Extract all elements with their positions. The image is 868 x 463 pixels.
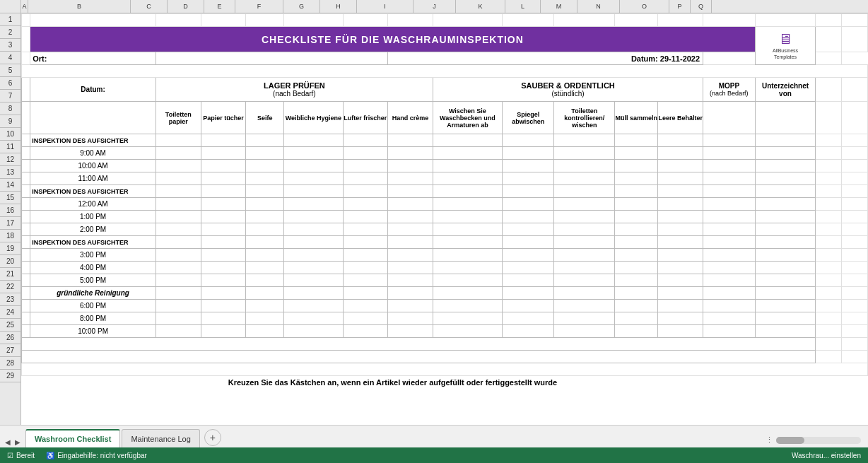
col-header-a: A <box>21 0 28 13</box>
row27 <box>22 389 868 402</box>
subheader-g: Lufter frischer <box>343 102 388 134</box>
col-header-f: F <box>235 0 283 13</box>
row-time-3: 11:00 AM <box>22 172 868 185</box>
logo-icon: 🖥 <box>778 31 792 47</box>
time-label-10: 6:00 PM <box>30 300 156 312</box>
cell-r1-c[interactable] <box>156 14 201 27</box>
row-inspector-3: INSPEKTION DES AUFSICHTER <box>22 236 868 249</box>
cell-r1-a[interactable] <box>22 14 30 27</box>
row-num-23: 23 <box>0 293 20 306</box>
cell-r2-q[interactable] <box>842 27 868 52</box>
cell-r1-l[interactable] <box>615 14 658 27</box>
add-tab-button[interactable]: + <box>204 429 221 446</box>
group1-header: LAGER PRÜFEN (nach Bedarf) <box>156 78 433 102</box>
time-label-9: 5:00 PM <box>30 274 156 287</box>
cell-r3-a[interactable] <box>22 52 30 65</box>
cell-r7-a[interactable] <box>22 134 30 147</box>
scrollbar-thumb[interactable] <box>776 437 804 444</box>
col-header-b: B <box>28 0 131 13</box>
cell-r1-g[interactable] <box>343 14 388 27</box>
col-header-i: I <box>357 0 414 13</box>
datum-label-cell: Datum: 29-11-2022 <box>388 52 703 65</box>
row-num-15: 15 <box>0 192 20 204</box>
col-header-k: K <box>456 0 505 13</box>
cell-r1-m[interactable] <box>658 14 703 27</box>
spreadsheet-title: CHECKLISTE FÜR DIE WASCHRAUMINSPEKTION <box>30 27 755 52</box>
group2-header: SAUBER & ORDENTLICH (stündlich) <box>433 78 703 102</box>
horizontal-scrollbar[interactable] <box>776 437 861 444</box>
cell-r5-q[interactable] <box>842 78 868 102</box>
logo-text-2: Templates <box>774 54 797 60</box>
cell-r6-n[interactable] <box>703 102 756 134</box>
time-label-11: 8:00 PM <box>30 312 156 325</box>
time-label-5: 1:00 PM <box>30 211 156 223</box>
subheader-l: Müll sammeln <box>615 102 658 134</box>
cell-r3-q[interactable] <box>816 52 842 65</box>
row23-cells[interactable] <box>22 338 816 351</box>
cell-r2-a[interactable] <box>22 27 30 52</box>
datum-header: Datum: <box>30 78 156 102</box>
cell-r1-q[interactable] <box>842 14 868 27</box>
cell-r3-p[interactable] <box>703 52 756 65</box>
tab-washroom-checklist[interactable]: Washroom Checklist <box>25 429 120 447</box>
cell-r1-d[interactable] <box>201 14 246 27</box>
cell-r6-q[interactable] <box>842 102 868 134</box>
row29 <box>22 414 868 426</box>
row-num-20: 20 <box>0 255 20 268</box>
status-bar: ☑ Bereit ♿ Eingabehilfe: nicht verfügbar… <box>0 447 868 463</box>
row-num-26: 26 <box>0 332 20 344</box>
cell-r1-j[interactable] <box>502 14 554 27</box>
cell-r5-a[interactable] <box>22 78 30 102</box>
col-header-l: L <box>505 0 541 13</box>
cell-r6-b[interactable] <box>30 102 156 134</box>
status-accessibility: ♿ Eingabehilfe: nicht verfügbar <box>46 452 147 459</box>
row-time-7: 3:00 PM <box>22 249 868 262</box>
row4-spacer <box>22 65 868 78</box>
note-text: Kreuzen Sie das Kästchen an, wenn ein Ar… <box>30 376 755 389</box>
cell-r1-i[interactable] <box>433 14 502 27</box>
row-num-7: 7 <box>0 90 20 102</box>
cell-r5-p[interactable] <box>816 78 842 102</box>
row-time-1: 9:00 AM <box>22 147 868 160</box>
row-num-29: 29 <box>0 370 20 382</box>
cell-r1-f[interactable] <box>284 14 343 27</box>
cell-r1-p[interactable] <box>816 14 842 27</box>
row24-cells[interactable] <box>22 351 816 363</box>
row-inspector-2: INSPEKTION DES AUFSICHTER <box>22 185 868 198</box>
col-header-m: M <box>541 0 577 13</box>
cell-r6-o[interactable] <box>755 102 816 134</box>
tab-maintenance-log[interactable]: Maintenance Log <box>122 429 199 447</box>
subheader-k: Toiletten kontrollieren/ wischen <box>554 102 615 134</box>
row25 <box>22 363 868 376</box>
time-label-3: 11:00 AM <box>30 172 156 185</box>
ort-label: Ort: <box>30 52 156 65</box>
cell-r2-p[interactable] <box>816 27 842 52</box>
row-num-21: 21 <box>0 268 20 281</box>
subheader-j: Spiegel abwischen <box>502 102 554 134</box>
cell-r1-k[interactable] <box>554 14 615 27</box>
cell-r6-p[interactable] <box>816 102 842 134</box>
tab-scroll-right[interactable]: ▶ <box>13 437 23 447</box>
cell-r1-e[interactable] <box>246 14 284 27</box>
inspector-label-1: INSPEKTION DES AUFSICHTER <box>30 134 156 147</box>
row-num-8: 8 <box>0 102 20 115</box>
row-num-14: 14 <box>0 179 20 192</box>
inspector-label-3: INSPEKTION DES AUFSICHTER <box>30 236 156 249</box>
cell-r1-b[interactable] <box>30 14 156 27</box>
col-header-p: P <box>669 0 691 13</box>
subheader-d: Papier tücher <box>201 102 246 134</box>
row-num-24: 24 <box>0 306 20 319</box>
logo-cell: 🖥 AllBusiness Templates <box>755 27 816 65</box>
cell-r6-a[interactable] <box>22 102 30 134</box>
row-time-12: 10:00 PM <box>22 325 868 338</box>
cell-r1-n[interactable] <box>703 14 756 27</box>
row-num-10: 10 <box>0 128 20 141</box>
subheader-f: Weibliche Hygiene <box>284 102 343 134</box>
cell-r1-o[interactable] <box>755 14 816 27</box>
ort-value-cell[interactable] <box>156 52 387 65</box>
row-num-6: 6 <box>0 77 20 90</box>
row-num-18: 18 <box>0 230 20 242</box>
group3-header: MOPP (nach Bedarf) <box>703 78 756 102</box>
cell-r1-h[interactable] <box>388 14 433 27</box>
tab-scroll-left[interactable]: ◀ <box>3 437 13 447</box>
